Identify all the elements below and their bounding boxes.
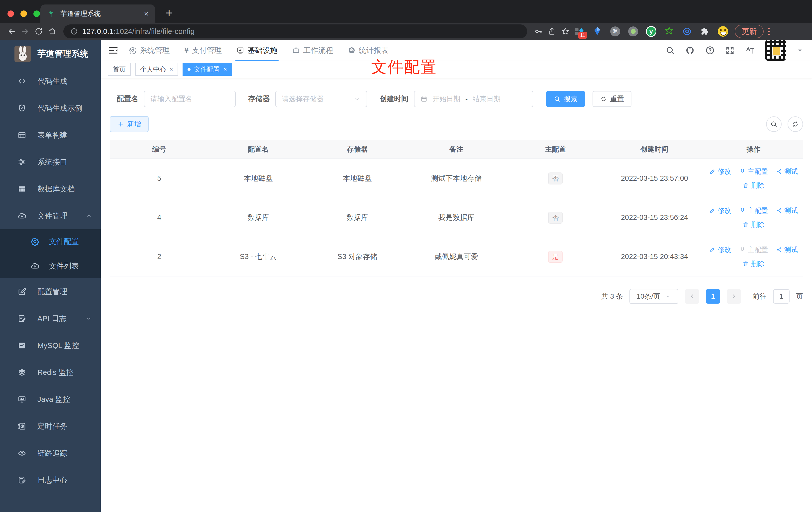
master-link[interactable]: 主配置: [739, 167, 768, 176]
tag-file-config[interactable]: 文件配置 ×: [182, 63, 232, 76]
browser-tab[interactable]: 芋道管理系统 ×: [40, 4, 155, 23]
page-size-select[interactable]: 10条/页: [630, 289, 678, 304]
table-toolbar: 新增: [110, 116, 803, 132]
extension-y-icon[interactable]: y: [646, 26, 657, 37]
prev-page-button[interactable]: [685, 289, 699, 304]
extension-balloon-icon[interactable]: [592, 26, 603, 37]
create-time-label: 创建时间: [380, 94, 408, 104]
monitor-icon: [18, 395, 26, 404]
sidebar-item-code-gen[interactable]: 代码生成: [0, 68, 101, 95]
config-name-input[interactable]: [150, 95, 229, 103]
logo: 芋道管理系统: [0, 40, 101, 68]
table-row: 4 数据库 数据库 我是数据库 否 2022-03-15 23:56:24 修改…: [110, 198, 803, 237]
next-page-button[interactable]: [727, 289, 741, 304]
password-key-icon[interactable]: [532, 25, 545, 38]
search-icon[interactable]: [665, 46, 675, 55]
delete-link[interactable]: 删除: [743, 220, 764, 229]
edit-link[interactable]: 修改: [709, 206, 731, 215]
search-button[interactable]: 搜索: [546, 91, 585, 107]
tab-close-icon[interactable]: ×: [144, 10, 149, 18]
avatar[interactable]: [765, 40, 786, 61]
extension-emoji-icon[interactable]: [718, 26, 728, 37]
github-icon[interactable]: [685, 46, 695, 55]
browser-toolbar: 127.0.0.1:1024/infra/file/file-config 11…: [0, 23, 812, 40]
sidebar-item-file-list[interactable]: 文件列表: [0, 254, 101, 278]
close-icon[interactable]: ×: [170, 66, 173, 73]
sidebar-item-redis-monitor[interactable]: Redis 监控: [0, 359, 101, 386]
sidebar-item-api-log[interactable]: API 日志: [0, 305, 101, 332]
delete-link[interactable]: 删除: [743, 181, 764, 190]
sidebar-item-code-demo[interactable]: 代码生成示例: [0, 95, 101, 122]
extension-tampermonkey-icon[interactable]: 11: [574, 26, 585, 37]
sidebar-item-db-doc[interactable]: 数据库文档: [0, 176, 101, 203]
sidebar-item-log-center[interactable]: 日志中心: [0, 466, 101, 493]
help-icon[interactable]: [705, 46, 715, 55]
extensions-puzzle-icon[interactable]: [700, 26, 710, 37]
test-link[interactable]: 测试: [776, 245, 798, 254]
home-icon[interactable]: [46, 25, 59, 38]
favicon-plant-icon: [47, 9, 55, 18]
chevron-down-icon: [665, 293, 671, 299]
window-zoom-button[interactable]: [33, 10, 40, 17]
sidebar-item-mysql-monitor[interactable]: MySQL 监控: [0, 332, 101, 359]
reload-icon[interactable]: [32, 25, 46, 38]
date-start-placeholder: 开始日期: [432, 94, 460, 104]
nav-item-system[interactable]: 系统管理: [129, 40, 170, 61]
share-icon[interactable]: [545, 25, 559, 38]
extension-star-icon[interactable]: [664, 26, 674, 37]
nav-item-infrastructure[interactable]: 基础设施: [236, 40, 278, 61]
back-icon[interactable]: [5, 25, 19, 38]
sidebar-item-scheduled-tasks[interactable]: 定时任务: [0, 413, 101, 440]
toggle-search-button[interactable]: [766, 116, 782, 132]
edit-link[interactable]: 修改: [709, 245, 731, 254]
window-minimize-button[interactable]: [21, 10, 27, 17]
date-range-picker[interactable]: 开始日期 - 结束日期: [414, 91, 533, 107]
sidebar-item-form-builder[interactable]: 表单构建: [0, 122, 101, 149]
chrome-menu-icon[interactable]: [768, 28, 770, 35]
sidebar-item-config-management[interactable]: 配置管理: [0, 278, 101, 305]
reset-button[interactable]: 重置: [592, 91, 632, 107]
nav-item-workflow[interactable]: 工作流程: [292, 40, 333, 61]
task-clock-icon: [18, 422, 26, 431]
sidebar-collapse-icon[interactable]: [108, 45, 119, 56]
avatar-caret-icon[interactable]: [796, 47, 803, 54]
tag-profile[interactable]: 个人中心 ×: [135, 63, 178, 76]
sidebar-item-system-api[interactable]: 系统接口: [0, 149, 101, 176]
refresh-table-button[interactable]: [788, 116, 803, 132]
add-button[interactable]: 新增: [110, 116, 149, 132]
edit-square-icon: [18, 287, 26, 296]
nav-item-payment[interactable]: ¥ 支付管理: [184, 40, 222, 61]
tag-home[interactable]: 首页: [108, 63, 131, 76]
goto-page-input[interactable]: [773, 289, 789, 304]
sidebar-item-file-management[interactable]: 文件管理: [0, 203, 101, 229]
new-tab-button[interactable]: +: [166, 7, 173, 19]
close-icon[interactable]: ×: [224, 66, 227, 73]
edit-icon: [709, 246, 716, 253]
extension-command-icon[interactable]: ⌘: [610, 26, 620, 37]
sidebar-item-tracing[interactable]: 链路追踪: [0, 440, 101, 466]
calendar-icon: [420, 95, 428, 102]
storage-select[interactable]: 请选择存储器: [275, 91, 367, 107]
extension-green-dot-icon[interactable]: [628, 26, 638, 37]
address-bar[interactable]: 127.0.0.1:1024/infra/file/file-config: [63, 24, 527, 38]
delete-link[interactable]: 删除: [743, 259, 764, 268]
window-close-button[interactable]: [7, 10, 14, 17]
sidebar-item-file-config[interactable]: 文件配置: [0, 229, 101, 254]
gear-icon: [129, 47, 137, 54]
test-link[interactable]: 测试: [776, 167, 798, 176]
page-1-button[interactable]: 1: [706, 289, 720, 304]
extension-eye-icon[interactable]: [682, 26, 692, 37]
forward-icon[interactable]: [19, 25, 32, 38]
sidebar-item-java-monitor[interactable]: Java 监控: [0, 386, 101, 413]
bookmark-star-icon[interactable]: [559, 25, 572, 38]
font-size-icon[interactable]: [745, 46, 755, 55]
test-link[interactable]: 测试: [776, 206, 798, 215]
chevron-left-icon: [689, 293, 695, 300]
fullscreen-icon[interactable]: [725, 46, 735, 55]
edit-link[interactable]: 修改: [709, 167, 731, 176]
gauge-icon: [348, 47, 356, 54]
master-link[interactable]: 主配置: [739, 206, 768, 215]
site-info-icon[interactable]: [70, 28, 78, 35]
chrome-update-button[interactable]: 更新: [735, 25, 764, 38]
active-dot: [187, 68, 191, 71]
